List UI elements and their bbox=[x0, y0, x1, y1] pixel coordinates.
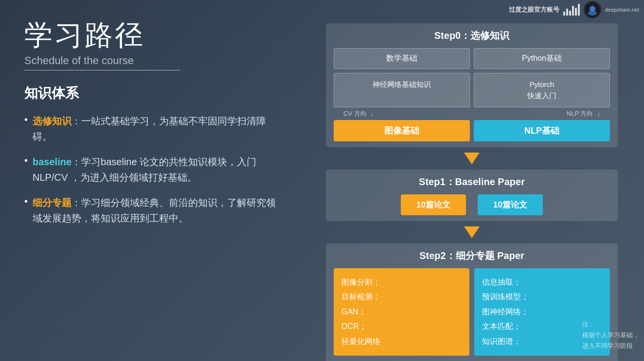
bullet-dot-3: • bbox=[24, 196, 28, 207]
bullet-text-3: 细分专题：学习细分领域经典、前沿的知识，了解研究领域发展趋势，将知识应用到工程中… bbox=[33, 195, 282, 226]
arrow-down-nlp: ↓ bbox=[597, 110, 601, 118]
step1-title: Step1：Baseline Paper bbox=[334, 175, 610, 189]
bullet-item-3: • 细分专题：学习细分领域经典、前沿的知识，了解研究领域发展趋势，将知识应用到工… bbox=[24, 195, 282, 226]
step2-grid: 图像分割；目标检测；GAN；OCR；轻量化网络 信息抽取；预训练模型；图神经网络… bbox=[334, 268, 610, 356]
bullet-dot-1: • bbox=[24, 114, 28, 125]
arrow-down-icon-1 bbox=[464, 153, 480, 164]
logo-icon bbox=[584, 1, 601, 18]
arrow-step0-step1 bbox=[326, 151, 618, 166]
step1-box: Step1：Baseline Paper 10篇论文 10篇论文 bbox=[326, 170, 618, 221]
arrow-step1-step2 bbox=[326, 225, 618, 240]
deepshare-text: deepshare.net bbox=[605, 7, 639, 13]
arrow-down-icon-2 bbox=[464, 226, 480, 238]
badge-nlp-basic: NLP基础 bbox=[474, 120, 610, 141]
badge-image-basic: 图像基础 bbox=[334, 120, 470, 141]
step0-neural: 神经网络基础知识 bbox=[334, 73, 470, 107]
bullet-text-2: baseline：学习baseline 论文的共性知识模块，入门NLP/CV ，… bbox=[33, 154, 282, 185]
step0-pytorch: Pytorch快速入门 bbox=[474, 73, 610, 107]
bullet-dot-2: • bbox=[24, 155, 28, 166]
nlp-direction-text: NLP 方向 bbox=[567, 109, 593, 118]
bar-chart-icon bbox=[563, 4, 580, 16]
note-section: 注：根据个人学习基础，进入不同学习阶段 bbox=[582, 319, 639, 351]
title-divider bbox=[24, 70, 180, 70]
main-title: 学习路径 bbox=[24, 19, 282, 51]
bullet-list: • 选修知识：一站式基础学习，为基础不牢固同学扫清障碍。 • baseline：… bbox=[24, 113, 282, 226]
step0-directions: CV 方向 ↓ NLP 方向 ↓ bbox=[334, 109, 610, 118]
step0-box: Step0：选修知识 数学基础 Python基础 神经网络基础知识 Pytorc… bbox=[326, 23, 618, 147]
cv-direction-text: CV 方向 bbox=[343, 109, 367, 118]
watermark-text: 过度之眼官方账号 bbox=[509, 5, 559, 14]
svg-point-2 bbox=[588, 11, 597, 16]
highlight-baseline: baseline bbox=[33, 156, 72, 167]
highlight-xuanxiu: 选修知识 bbox=[33, 116, 72, 126]
step0-row2: 神经网络基础知识 Pytorch快速入门 bbox=[334, 73, 610, 107]
bullet-item-1: • 选修知识：一站式基础学习，为基础不牢固同学扫清障碍。 bbox=[24, 113, 282, 144]
step0-math: 数学基础 bbox=[334, 48, 470, 69]
subtitle: Schedule of the course bbox=[24, 54, 282, 67]
step0-row1: 数学基础 Python基础 bbox=[334, 48, 610, 69]
direction-cv: CV 方向 ↓ bbox=[343, 109, 374, 118]
left-panel: 学习路径 Schedule of the course 知识体系 • 选修知识：… bbox=[0, 0, 306, 361]
bullet-text-1: 选修知识：一站式基础学习，为基础不牢固同学扫清障碍。 bbox=[33, 113, 282, 144]
step1-badge-left: 10篇论文 bbox=[401, 194, 466, 215]
step0-title: Step0：选修知识 bbox=[334, 29, 610, 42]
step2-box: Step2：细分专题 Paper 图像分割；目标检测；GAN；OCR；轻量化网络… bbox=[326, 243, 618, 361]
right-panel: Step0：选修知识 数学基础 Python基础 神经网络基础知识 Pytorc… bbox=[321, 18, 623, 361]
step0-bottom: 图像基础 NLP基础 bbox=[334, 120, 610, 141]
top-bar: 过度之眼官方账号 deepshare.net bbox=[321, 0, 644, 19]
step2-card-left: 图像分割；目标检测；GAN；OCR；轻量化网络 bbox=[334, 268, 469, 356]
direction-nlp: NLP 方向 ↓ bbox=[567, 109, 600, 118]
arrow-down-cv: ↓ bbox=[371, 110, 374, 118]
step2-title: Step2：细分专题 Paper bbox=[334, 249, 610, 262]
step1-badges: 10篇论文 10篇论文 bbox=[334, 194, 610, 215]
note-text: 注：根据个人学习基础，进入不同学习阶段 bbox=[582, 321, 639, 349]
bullet-item-2: • baseline：学习baseline 论文的共性知识模块，入门NLP/CV… bbox=[24, 154, 282, 185]
section-title: 知识体系 bbox=[24, 84, 282, 103]
step1-badge-right: 10篇论文 bbox=[478, 194, 543, 215]
highlight-xifenzhuanti: 细分专题 bbox=[33, 197, 72, 208]
step0-python: Python基础 bbox=[474, 48, 610, 69]
